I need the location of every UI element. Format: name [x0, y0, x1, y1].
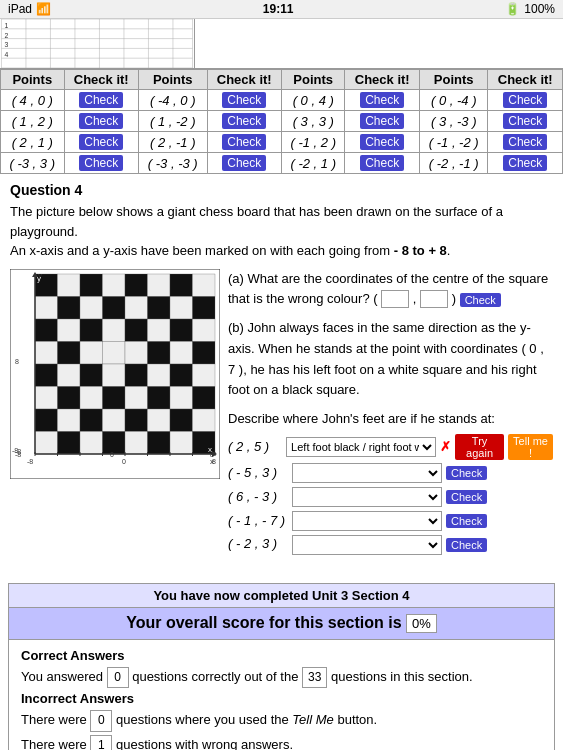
- check-btn-0-5[interactable]: Check: [360, 92, 404, 108]
- check-cell-2-3[interactable]: Check: [207, 132, 281, 153]
- svg-text:x: x: [208, 445, 212, 454]
- check-btn-3-5[interactable]: Check: [360, 155, 404, 171]
- describe-row-2: ( - 5 , 3 ) Left foot black / right foot…: [228, 463, 553, 484]
- check-cell-0-7[interactable]: Check: [488, 90, 563, 111]
- svg-text:2: 2: [4, 32, 8, 39]
- part-describe: Describe where John's feet are if he sta…: [228, 409, 553, 555]
- svg-rect-49: [125, 341, 148, 364]
- check-cell-1-3[interactable]: Check: [207, 111, 281, 132]
- score-header: You have now completed Unit 3 Section 4: [9, 584, 554, 608]
- svg-rect-33: [125, 296, 148, 319]
- check-cell-3-5[interactable]: Check: [345, 153, 419, 174]
- check-btn-0-7[interactable]: Check: [503, 92, 547, 108]
- svg-rect-41: [125, 319, 148, 342]
- dropdown-1[interactable]: Left foot black / right foot white Right…: [286, 437, 436, 457]
- dropdown-2[interactable]: Left foot black / right foot white Right…: [292, 463, 442, 483]
- check-btn-1-5[interactable]: Check: [360, 113, 404, 129]
- tell-me-button-1[interactable]: Tell me !: [508, 434, 553, 460]
- describe-row-3: ( 6 , - 3 ) Left foot black / right foot…: [228, 487, 553, 508]
- svg-rect-73: [125, 409, 148, 432]
- check-cell-1-1[interactable]: Check: [64, 111, 138, 132]
- svg-rect-55: [80, 364, 103, 387]
- coord-cell-1-4: ( 3 , 3 ): [281, 111, 345, 132]
- part-a-check-button[interactable]: Check: [460, 293, 501, 307]
- chess-container: y x -8 8 0 8 -8 yx-808-8: [10, 269, 220, 482]
- part-a-input-x[interactable]: [381, 290, 409, 308]
- check-btn-3-7[interactable]: Check: [503, 155, 547, 171]
- check-button-3[interactable]: Check: [446, 490, 487, 504]
- coord-cell-2-2: ( 2 , -1 ): [138, 132, 207, 153]
- svg-rect-78: [58, 431, 81, 454]
- check-cell-1-7[interactable]: Check: [488, 111, 563, 132]
- svg-rect-68: [193, 386, 216, 409]
- status-right: 🔋 100%: [505, 2, 555, 16]
- score-body: Correct Answers You answered 0 questions…: [9, 640, 554, 750]
- coord-cell-0-6: ( 0 , -4 ): [419, 90, 488, 111]
- svg-rect-63: [80, 386, 103, 409]
- svg-rect-65: [125, 386, 148, 409]
- dropdown-3[interactable]: Left foot black / right foot white Right…: [292, 487, 442, 507]
- dropdown-4[interactable]: Left foot black / right foot white Right…: [292, 511, 442, 531]
- check-btn-1-1[interactable]: Check: [79, 113, 123, 129]
- check-cell-0-3[interactable]: Check: [207, 90, 281, 111]
- check-button-5[interactable]: Check: [446, 538, 487, 552]
- check-cell-2-7[interactable]: Check: [488, 132, 563, 153]
- coord-cell-1-0: ( 1 , 2 ): [1, 111, 65, 132]
- chess-layout: y x -8 8 0 8 -8 yx-808-8 (a) What are th…: [10, 269, 553, 564]
- svg-rect-53: [35, 364, 58, 387]
- describe-label: Describe where John's feet are if he sta…: [228, 409, 553, 430]
- wrong-line: There were 1 questions with wrong answer…: [21, 735, 542, 750]
- svg-rect-32: [103, 296, 126, 319]
- check-cell-3-1[interactable]: Check: [64, 153, 138, 174]
- check-btn-3-3[interactable]: Check: [222, 155, 266, 171]
- check-button-2[interactable]: Check: [446, 466, 487, 480]
- svg-rect-30: [58, 296, 81, 319]
- svg-rect-45: [35, 341, 58, 364]
- svg-rect-64: [103, 386, 126, 409]
- svg-text:3: 3: [4, 41, 8, 48]
- check-cell-1-5[interactable]: Check: [345, 111, 419, 132]
- col-header-points-3: Points: [281, 70, 345, 90]
- graph-svg: 1 2 3 4: [0, 19, 194, 68]
- check-cell-3-3[interactable]: Check: [207, 153, 281, 174]
- check-btn-0-1[interactable]: Check: [79, 92, 123, 108]
- check-btn-2-3[interactable]: Check: [222, 134, 266, 150]
- check-button-4[interactable]: Check: [446, 514, 487, 528]
- svg-rect-67: [170, 386, 193, 409]
- check-cell-2-1[interactable]: Check: [64, 132, 138, 153]
- svg-rect-70: [58, 409, 81, 432]
- svg-rect-77: [35, 431, 58, 454]
- score-section: You have now completed Unit 3 Section 4 …: [8, 583, 555, 750]
- check-btn-0-3[interactable]: Check: [222, 92, 266, 108]
- score-overall: Your overall score for this section is 0…: [9, 608, 554, 640]
- check-btn-2-7[interactable]: Check: [503, 134, 547, 150]
- svg-rect-71: [80, 409, 103, 432]
- part-a-input-y[interactable]: [420, 290, 448, 308]
- coord-label-4: ( - 1 , - 7 ): [228, 511, 288, 532]
- check-cell-0-1[interactable]: Check: [64, 90, 138, 111]
- question-parts: (a) What are the coordinates of the cent…: [228, 269, 553, 564]
- check-btn-3-1[interactable]: Check: [79, 155, 123, 171]
- coord-cell-3-0: ( -3 , 3 ): [1, 153, 65, 174]
- svg-rect-62: [58, 386, 81, 409]
- coord-cell-0-2: ( -4 , 0 ): [138, 90, 207, 111]
- svg-rect-57: [125, 364, 148, 387]
- check-cell-2-5[interactable]: Check: [345, 132, 419, 153]
- check-btn-1-7[interactable]: Check: [503, 113, 547, 129]
- coord-label-5: ( - 2 , 3 ): [228, 534, 288, 555]
- check-btn-2-1[interactable]: Check: [79, 134, 123, 150]
- check-cell-3-7[interactable]: Check: [488, 153, 563, 174]
- svg-rect-24: [103, 274, 126, 297]
- status-left: iPad 📶: [8, 2, 51, 16]
- check-btn-1-3[interactable]: Check: [222, 113, 266, 129]
- svg-rect-60: [193, 364, 216, 387]
- try-again-button-1[interactable]: Try again: [455, 434, 504, 460]
- graph-right-svg: [195, 19, 563, 68]
- col-header-check-3: Check it!: [345, 70, 419, 90]
- check-btn-2-5[interactable]: Check: [360, 134, 404, 150]
- points-table: Points Check it! Points Check it! Points…: [0, 69, 563, 174]
- svg-rect-48: [103, 341, 126, 364]
- wrong-icon-1: ✗: [440, 437, 451, 458]
- dropdown-5[interactable]: Left foot black / right foot white Right…: [292, 535, 442, 555]
- check-cell-0-5[interactable]: Check: [345, 90, 419, 111]
